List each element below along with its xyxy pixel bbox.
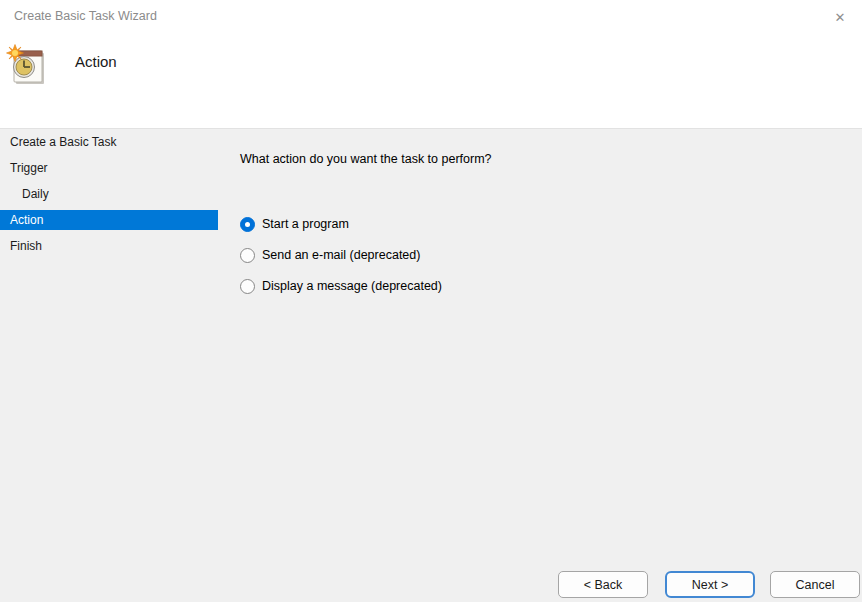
window-title: Create Basic Task Wizard: [14, 9, 157, 23]
radio-option-label: Start a program: [262, 217, 349, 231]
sidebar-item-daily: Daily: [0, 184, 218, 204]
close-icon[interactable]: ✕: [824, 5, 856, 30]
action-options-group: Start a program Send an e-mail (deprecat…: [240, 215, 442, 308]
question-text: What action do you want the task to perf…: [240, 152, 492, 166]
create-basic-task-wizard-window: Create Basic Task Wizard ✕ Action: [0, 0, 862, 602]
sidebar-item-trigger: Trigger: [0, 158, 218, 178]
radio-unselected-icon[interactable]: [240, 248, 255, 263]
wizard-body: Create a Basic Task Trigger Daily Action…: [0, 128, 862, 602]
sidebar-item-action: Action: [0, 210, 218, 230]
task-scheduler-icon: [6, 44, 48, 88]
wizard-steps-sidebar: Create a Basic Task Trigger Daily Action…: [0, 132, 218, 262]
sidebar-item-finish: Finish: [0, 236, 218, 256]
page-title: Action: [75, 53, 117, 70]
radio-option-send-an-email[interactable]: Send an e-mail (deprecated): [240, 246, 442, 264]
radio-option-label: Send an e-mail (deprecated): [262, 248, 420, 262]
next-button[interactable]: Next >: [665, 571, 755, 598]
cancel-button[interactable]: Cancel: [770, 571, 860, 598]
radio-option-display-a-message[interactable]: Display a message (deprecated): [240, 277, 442, 295]
radio-selected-icon[interactable]: [240, 217, 255, 232]
wizard-header: Action: [0, 36, 862, 128]
back-button[interactable]: < Back: [558, 571, 648, 598]
radio-option-label: Display a message (deprecated): [262, 279, 442, 293]
sidebar-item-create-a-basic-task: Create a Basic Task: [0, 132, 218, 152]
radio-option-start-a-program[interactable]: Start a program: [240, 215, 442, 233]
radio-unselected-icon[interactable]: [240, 279, 255, 294]
titlebar: Create Basic Task Wizard ✕: [0, 0, 862, 36]
